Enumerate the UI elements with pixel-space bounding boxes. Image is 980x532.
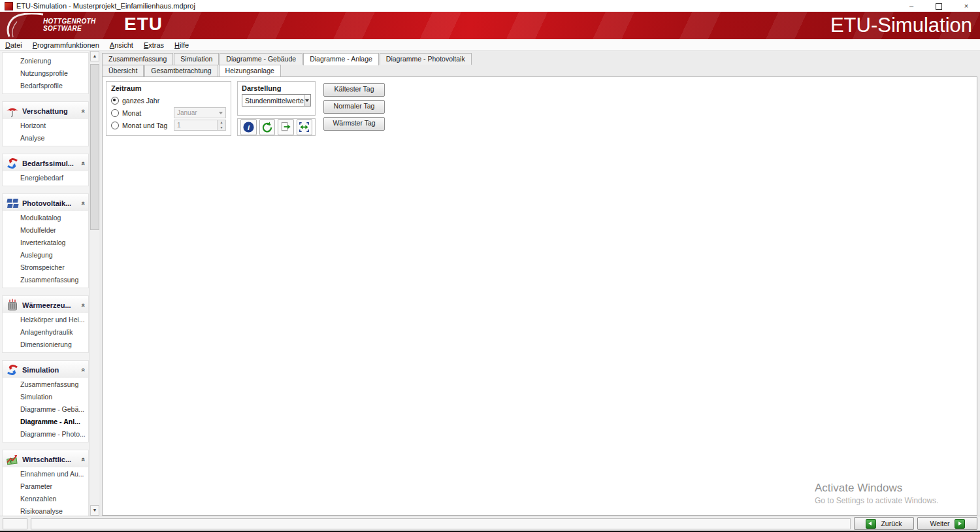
tab-heizungsanlage[interactable]: Heizungsanlage: [219, 65, 281, 77]
sidebar-item[interactable]: Parameter: [3, 480, 88, 492]
next-button-label: Weiter: [930, 520, 949, 527]
sidebar-item[interactable]: Nutzungsprofile: [3, 67, 88, 79]
tab-diagramme-gebäude[interactable]: Diagramme - Gebäude: [220, 53, 302, 65]
sidebar-item[interactable]: Einnahmen und Au...: [3, 467, 88, 480]
spinner-arrows-icon[interactable]: ▲▼: [217, 120, 225, 130]
sidebar-item[interactable]: Risikoanalyse: [3, 505, 88, 516]
collapse-chevron-icon[interactable]: «: [80, 303, 88, 307]
radio-ganzes-jahr[interactable]: [111, 97, 119, 105]
refresh-button[interactable]: [259, 119, 276, 135]
sidebar-section-header[interactable]: Photovoltaik...«: [3, 195, 88, 211]
chevron-down-icon: [219, 112, 223, 114]
brand-banner: HOTTGENROTH SOFTWARE ETU ETU-Simulation: [0, 12, 980, 39]
sidebar-item[interactable]: Analyse: [3, 131, 88, 144]
economy-icon: €: [5, 453, 20, 466]
sidebar: ZonierungNutzungsprofileBedarfsprofileVe…: [0, 51, 99, 516]
kaeltester-tag-button[interactable]: Kältester Tag: [323, 83, 385, 97]
sidebar-item[interactable]: Anlagenhydraulik: [3, 325, 88, 338]
sidebar-item[interactable]: Zusammenfassung: [3, 378, 88, 390]
radio-monat[interactable]: [111, 109, 119, 117]
collapse-chevron-icon[interactable]: «: [80, 109, 88, 113]
sidebar-item[interactable]: Dimensionierung: [3, 338, 88, 350]
sidebar-item[interactable]: Zonierung: [3, 54, 88, 67]
fit-view-button[interactable]: [297, 119, 313, 135]
sidebar-section-header[interactable]: Simulation«: [3, 362, 88, 378]
sidebar-scrollbar[interactable]: ▲ ▼: [90, 51, 99, 516]
sidebar-item[interactable]: Auslegung: [3, 248, 88, 261]
normaler-tag-button[interactable]: Normaler Tag: [323, 100, 385, 114]
menu-programmfunktionen[interactable]: Programmfunktionen: [27, 41, 105, 49]
sidebar-section-wirtschaftlic: €Wirtschaftlic...«Einnahmen und Au...Par…: [2, 450, 89, 516]
sidebar-item[interactable]: Kennzahlen: [3, 492, 88, 505]
info-button[interactable]: i: [240, 119, 257, 135]
app-window: ETU-Simulation - Musterprojekt_Einfamili…: [0, 0, 980, 532]
tab-diagramme-anlage[interactable]: Diagramme - Anlage: [303, 53, 379, 65]
collapse-chevron-icon[interactable]: «: [80, 368, 88, 372]
collapse-chevron-icon[interactable]: «: [80, 201, 88, 205]
scrollbar-track[interactable]: [90, 61, 99, 505]
waermster-tag-button[interactable]: Wärmster Tag: [323, 117, 385, 131]
sidebar-section-header[interactable]: Verschattung«: [3, 103, 88, 119]
sidebar-section-bedarfssimul: Bedarfssimul...«Energiebedarf: [2, 154, 89, 186]
darstellung-select-value: Stundenmittelwerte: [245, 97, 304, 105]
menu-datei[interactable]: Datei: [0, 41, 27, 49]
month-select[interactable]: Januar: [174, 107, 226, 118]
sidebar-item[interactable]: Inverterkatalog: [3, 236, 88, 248]
sidebar-section-header[interactable]: €Wirtschaftlic...«: [3, 452, 88, 467]
app-icon: [5, 2, 13, 10]
export-button[interactable]: [278, 119, 294, 135]
sidebar-item[interactable]: Horizont: [3, 119, 88, 131]
scroll-up-icon[interactable]: ▲: [90, 51, 99, 61]
sidebar-nav: ZonierungNutzungsprofileBedarfsprofileVe…: [0, 51, 90, 516]
sidebar-section-header[interactable]: Bedarfssimul...«: [3, 156, 88, 171]
maximize-button[interactable]: [925, 0, 953, 12]
tab-übersicht[interactable]: Übersicht: [102, 65, 144, 76]
menu-hilfe[interactable]: Hilfe: [169, 41, 194, 49]
tab-simulation[interactable]: Simulation: [174, 53, 219, 65]
scroll-down-icon[interactable]: ▼: [90, 505, 99, 516]
sidebar-item[interactable]: Energiebedarf: [3, 171, 88, 184]
radio-row-monat[interactable]: Monat Januar: [111, 107, 226, 119]
export-icon: [280, 121, 292, 133]
collapse-chevron-icon[interactable]: «: [80, 457, 88, 461]
tabs-row-main: ZusammenfassungSimulationDiagramme - Geb…: [102, 53, 977, 65]
info-icon: i: [242, 121, 255, 133]
main-panel: Zeitraum ganzes Jahr Monat Januar: [102, 76, 977, 516]
menu-extras[interactable]: Extras: [139, 41, 169, 49]
sim-arrows-icon: [5, 157, 20, 170]
tab-zusammenfassung[interactable]: Zusammenfassung: [102, 53, 173, 65]
collapse-chevron-icon[interactable]: «: [80, 161, 88, 165]
arrow-right-icon: [955, 519, 965, 529]
sidebar-item[interactable]: Diagramme - Gebä...: [3, 403, 88, 415]
menubar: DateiProgrammfunktionenAnsichtExtrasHilf…: [0, 39, 980, 51]
sidebar-item[interactable]: Diagramme - Anl...: [3, 415, 88, 427]
sidebar-item[interactable]: Simulation: [3, 390, 88, 403]
sidebar-item[interactable]: Bedarfsprofile: [3, 79, 88, 91]
radio-monat-tag[interactable]: [111, 122, 119, 129]
sidebar-item[interactable]: Modulfelder: [3, 224, 88, 236]
sidebar-item[interactable]: Stromspeicher: [3, 261, 88, 273]
back-button[interactable]: Zurück: [854, 517, 914, 530]
tabs-row-sub: ÜbersichtGesamtbetrachtungHeizungsanlage: [102, 65, 977, 76]
fit-view-icon: [298, 121, 310, 133]
radio-row-ganzes-jahr[interactable]: ganzes Jahr: [111, 94, 226, 107]
sidebar-item[interactable]: Zusammenfassung: [3, 273, 88, 286]
sidebar-section-header[interactable]: Wärmeerzeu...«: [3, 297, 88, 313]
tab-diagramme-photovoltaik[interactable]: Diagramme - Photovoltaik: [380, 53, 472, 65]
sidebar-item[interactable]: Modulkatalog: [3, 211, 88, 224]
status-cell-small: [3, 518, 27, 529]
close-button[interactable]: ×: [953, 0, 980, 12]
chevron-down-icon: [304, 95, 310, 106]
sidebar-item[interactable]: Diagramme - Photo...: [3, 427, 88, 440]
radio-label: Monat: [122, 109, 141, 117]
sidebar-item[interactable]: Heizkörper und Hei...: [3, 313, 88, 325]
day-spinner[interactable]: 1 ▲▼: [174, 120, 226, 131]
menu-ansicht[interactable]: Ansicht: [105, 41, 139, 49]
darstellung-select[interactable]: Stundenmittelwerte: [242, 94, 311, 107]
scrollbar-thumb[interactable]: [90, 64, 99, 230]
minimize-button[interactable]: –: [898, 0, 925, 12]
radio-row-monat-tag[interactable]: Monat und Tag 1 ▲▼: [111, 119, 226, 131]
radio-label: Monat und Tag: [122, 122, 167, 129]
next-button[interactable]: Weiter: [917, 517, 977, 530]
tab-gesamtbetrachtung[interactable]: Gesamtbetrachtung: [144, 65, 218, 76]
